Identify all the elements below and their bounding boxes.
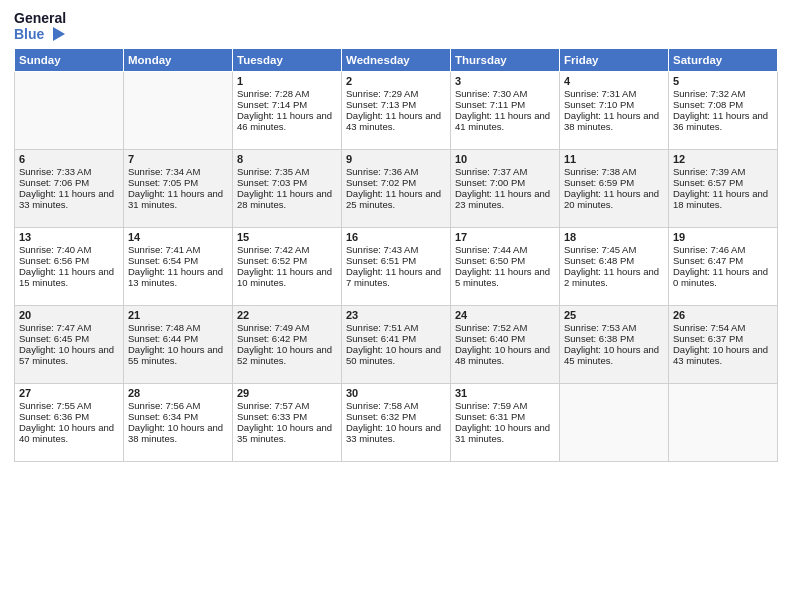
day-number: 10 bbox=[455, 153, 555, 165]
day-info: Sunset: 7:00 PM bbox=[455, 177, 555, 188]
logo-blue: Blue bbox=[14, 26, 65, 42]
day-info: Daylight: 11 hours and 18 minutes. bbox=[673, 188, 773, 210]
day-info: Sunrise: 7:41 AM bbox=[128, 244, 228, 255]
day-info: Sunrise: 7:48 AM bbox=[128, 322, 228, 333]
day-info: Sunset: 7:08 PM bbox=[673, 99, 773, 110]
svg-marker-0 bbox=[53, 27, 65, 41]
day-info: Sunrise: 7:30 AM bbox=[455, 88, 555, 99]
day-info: Daylight: 11 hours and 31 minutes. bbox=[128, 188, 228, 210]
day-number: 8 bbox=[237, 153, 337, 165]
calendar-cell: 23Sunrise: 7:51 AMSunset: 6:41 PMDayligh… bbox=[342, 306, 451, 384]
day-info: Sunrise: 7:42 AM bbox=[237, 244, 337, 255]
day-info: Sunset: 7:03 PM bbox=[237, 177, 337, 188]
day-number: 13 bbox=[19, 231, 119, 243]
day-number: 24 bbox=[455, 309, 555, 321]
day-info: Daylight: 11 hours and 36 minutes. bbox=[673, 110, 773, 132]
day-number: 21 bbox=[128, 309, 228, 321]
day-info: Sunset: 6:41 PM bbox=[346, 333, 446, 344]
day-info: Daylight: 11 hours and 41 minutes. bbox=[455, 110, 555, 132]
day-info: Daylight: 11 hours and 0 minutes. bbox=[673, 266, 773, 288]
day-info: Sunset: 6:33 PM bbox=[237, 411, 337, 422]
day-info: Daylight: 10 hours and 55 minutes. bbox=[128, 344, 228, 366]
day-info: Daylight: 11 hours and 2 minutes. bbox=[564, 266, 664, 288]
day-info: Sunrise: 7:45 AM bbox=[564, 244, 664, 255]
page-container: General Blue SundayMondayTuesdayWednesda… bbox=[0, 0, 792, 472]
day-info: Daylight: 10 hours and 45 minutes. bbox=[564, 344, 664, 366]
day-info: Daylight: 10 hours and 48 minutes. bbox=[455, 344, 555, 366]
day-info: Daylight: 10 hours and 52 minutes. bbox=[237, 344, 337, 366]
day-info: Daylight: 11 hours and 46 minutes. bbox=[237, 110, 337, 132]
calendar-cell: 15Sunrise: 7:42 AMSunset: 6:52 PMDayligh… bbox=[233, 228, 342, 306]
day-number: 16 bbox=[346, 231, 446, 243]
day-info: Daylight: 11 hours and 5 minutes. bbox=[455, 266, 555, 288]
week-row-3: 13Sunrise: 7:40 AMSunset: 6:56 PMDayligh… bbox=[15, 228, 778, 306]
day-number: 15 bbox=[237, 231, 337, 243]
day-info: Sunrise: 7:44 AM bbox=[455, 244, 555, 255]
day-info: Daylight: 11 hours and 28 minutes. bbox=[237, 188, 337, 210]
day-info: Sunset: 6:59 PM bbox=[564, 177, 664, 188]
day-info: Sunrise: 7:39 AM bbox=[673, 166, 773, 177]
calendar-body: 1Sunrise: 7:28 AMSunset: 7:14 PMDaylight… bbox=[15, 72, 778, 462]
day-info: Sunset: 7:06 PM bbox=[19, 177, 119, 188]
day-info: Daylight: 10 hours and 35 minutes. bbox=[237, 422, 337, 444]
day-header-thursday: Thursday bbox=[451, 49, 560, 72]
day-info: Sunrise: 7:57 AM bbox=[237, 400, 337, 411]
day-info: Sunset: 6:31 PM bbox=[455, 411, 555, 422]
day-number: 1 bbox=[237, 75, 337, 87]
calendar-cell: 9Sunrise: 7:36 AMSunset: 7:02 PMDaylight… bbox=[342, 150, 451, 228]
calendar-cell: 29Sunrise: 7:57 AMSunset: 6:33 PMDayligh… bbox=[233, 384, 342, 462]
calendar-cell: 11Sunrise: 7:38 AMSunset: 6:59 PMDayligh… bbox=[560, 150, 669, 228]
day-info: Sunset: 6:51 PM bbox=[346, 255, 446, 266]
calendar-cell: 14Sunrise: 7:41 AMSunset: 6:54 PMDayligh… bbox=[124, 228, 233, 306]
day-info: Sunrise: 7:47 AM bbox=[19, 322, 119, 333]
day-info: Sunset: 7:02 PM bbox=[346, 177, 446, 188]
day-number: 27 bbox=[19, 387, 119, 399]
calendar-cell: 6Sunrise: 7:33 AMSunset: 7:06 PMDaylight… bbox=[15, 150, 124, 228]
day-header-monday: Monday bbox=[124, 49, 233, 72]
day-info: Sunset: 6:54 PM bbox=[128, 255, 228, 266]
day-number: 12 bbox=[673, 153, 773, 165]
day-info: Daylight: 11 hours and 23 minutes. bbox=[455, 188, 555, 210]
day-info: Sunrise: 7:54 AM bbox=[673, 322, 773, 333]
calendar-cell: 28Sunrise: 7:56 AMSunset: 6:34 PMDayligh… bbox=[124, 384, 233, 462]
calendar-cell: 27Sunrise: 7:55 AMSunset: 6:36 PMDayligh… bbox=[15, 384, 124, 462]
day-info: Sunrise: 7:58 AM bbox=[346, 400, 446, 411]
logo-text-block: General Blue bbox=[14, 10, 66, 42]
day-info: Daylight: 11 hours and 7 minutes. bbox=[346, 266, 446, 288]
day-info: Sunset: 6:37 PM bbox=[673, 333, 773, 344]
calendar-cell: 26Sunrise: 7:54 AMSunset: 6:37 PMDayligh… bbox=[669, 306, 778, 384]
day-header-wednesday: Wednesday bbox=[342, 49, 451, 72]
day-info: Daylight: 11 hours and 38 minutes. bbox=[564, 110, 664, 132]
day-number: 6 bbox=[19, 153, 119, 165]
calendar-cell bbox=[124, 72, 233, 150]
day-info: Sunset: 6:44 PM bbox=[128, 333, 228, 344]
day-info: Sunrise: 7:33 AM bbox=[19, 166, 119, 177]
calendar-cell: 5Sunrise: 7:32 AMSunset: 7:08 PMDaylight… bbox=[669, 72, 778, 150]
calendar-cell: 20Sunrise: 7:47 AMSunset: 6:45 PMDayligh… bbox=[15, 306, 124, 384]
calendar-cell: 18Sunrise: 7:45 AMSunset: 6:48 PMDayligh… bbox=[560, 228, 669, 306]
day-info: Daylight: 11 hours and 15 minutes. bbox=[19, 266, 119, 288]
day-info: Daylight: 11 hours and 10 minutes. bbox=[237, 266, 337, 288]
day-info: Sunrise: 7:52 AM bbox=[455, 322, 555, 333]
day-header-saturday: Saturday bbox=[669, 49, 778, 72]
day-info: Sunrise: 7:28 AM bbox=[237, 88, 337, 99]
week-row-1: 1Sunrise: 7:28 AMSunset: 7:14 PMDaylight… bbox=[15, 72, 778, 150]
calendar-cell: 16Sunrise: 7:43 AMSunset: 6:51 PMDayligh… bbox=[342, 228, 451, 306]
calendar-cell bbox=[15, 72, 124, 150]
day-info: Sunrise: 7:55 AM bbox=[19, 400, 119, 411]
day-info: Sunset: 6:45 PM bbox=[19, 333, 119, 344]
day-number: 18 bbox=[564, 231, 664, 243]
logo-general: General bbox=[14, 10, 66, 26]
calendar-cell: 17Sunrise: 7:44 AMSunset: 6:50 PMDayligh… bbox=[451, 228, 560, 306]
day-info: Sunset: 6:50 PM bbox=[455, 255, 555, 266]
calendar-table: SundayMondayTuesdayWednesdayThursdayFrid… bbox=[14, 48, 778, 462]
day-info: Daylight: 10 hours and 31 minutes. bbox=[455, 422, 555, 444]
day-info: Daylight: 11 hours and 43 minutes. bbox=[346, 110, 446, 132]
logo-arrow-icon bbox=[47, 27, 65, 41]
day-number: 17 bbox=[455, 231, 555, 243]
calendar-cell: 25Sunrise: 7:53 AMSunset: 6:38 PMDayligh… bbox=[560, 306, 669, 384]
day-number: 11 bbox=[564, 153, 664, 165]
calendar-cell bbox=[669, 384, 778, 462]
header-row: SundayMondayTuesdayWednesdayThursdayFrid… bbox=[15, 49, 778, 72]
day-info: Daylight: 10 hours and 33 minutes. bbox=[346, 422, 446, 444]
